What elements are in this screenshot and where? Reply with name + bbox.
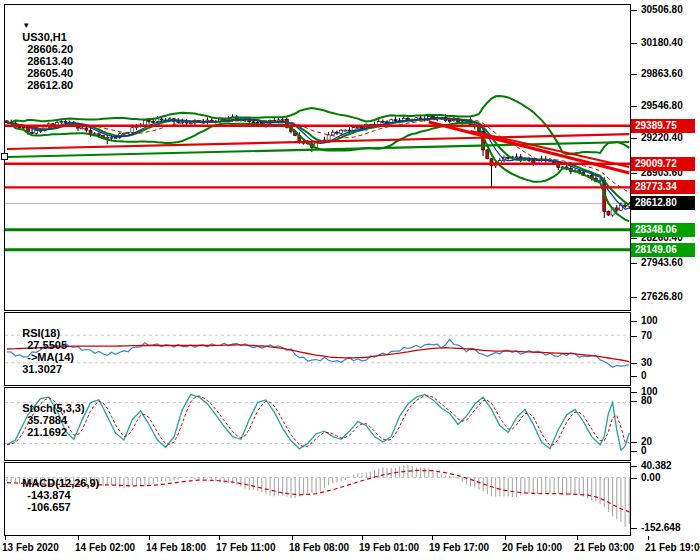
price-axis-tick: [631, 74, 637, 75]
price-axis-label: 27626.80: [641, 291, 683, 302]
stochastic-indicator-panel[interactable]: Stoch(5,3,3) 35.7884 21.1692: [4, 387, 631, 461]
price-level-badge: 29009.72: [631, 157, 695, 171]
stoch-name: Stoch(5,3,3): [22, 402, 84, 414]
bar-low-value: 28605.40: [27, 67, 73, 79]
price-level-badge: 28773.34: [631, 180, 695, 194]
symbol-dropdown-icon[interactable]: ▼: [22, 21, 30, 30]
time-axis-tick: [149, 536, 150, 540]
indicator-axis-tick: [631, 321, 637, 322]
bar-high-value: 28613.40: [27, 55, 73, 67]
trading-terminal-window: { "title_bar": { "dropdown_icon": "\u25B…: [0, 0, 700, 560]
indicator-axis-label: -152.648: [641, 522, 680, 533]
price-axis-label: 27943.60: [641, 257, 683, 268]
price-axis-tick: [631, 297, 637, 298]
time-axis-tick: [577, 536, 578, 540]
rsi-gridlines: [5, 335, 630, 363]
indicator-axis-tick: [631, 528, 637, 529]
rsi-ma-value: 31.3027: [22, 363, 62, 375]
time-axis-tick: [362, 536, 363, 540]
time-axis-tick: [292, 536, 293, 540]
rsi-indicator-panel[interactable]: RSI(18) 27.5505 ->MA(14) 31.3027: [4, 312, 631, 386]
indicator-axis-tick: [631, 478, 637, 479]
time-axis-label: 21 Feb 03:00: [574, 542, 634, 553]
price-axis-tick: [631, 173, 637, 174]
chart-ohlc-line: ▼ US30,H1 28606.20 28613.40 28605.40 286…: [10, 7, 73, 103]
time-axis-tick: [78, 536, 79, 540]
time-axis-label: 19 Feb 17:00: [429, 542, 489, 553]
price-axis-tick: [631, 263, 637, 264]
stoch-d-value: 21.1692: [27, 426, 67, 438]
indicator-axis-label: 40.382: [641, 460, 672, 471]
price-axis-label: 30506.80: [641, 4, 683, 15]
rsi-name: RSI(18): [22, 327, 60, 339]
macd-signal-value: -106.657: [27, 501, 70, 513]
indicator-axis-tick: [631, 336, 637, 337]
price-level-badge: 28348.06: [631, 223, 695, 237]
time-axis-label: 13 Feb 2020: [2, 542, 59, 553]
time-axis-label: 14 Feb 18:00: [146, 542, 206, 553]
indicator-axis-label: 0: [641, 445, 647, 456]
indicator-axis-tick: [631, 442, 637, 443]
time-axis-label: 19 Feb 01:00: [359, 542, 419, 553]
rsi-ma-line: [7, 345, 629, 362]
price-axis-label: 29546.80: [641, 100, 683, 111]
time-axis-label: 20 Feb 10:00: [502, 542, 562, 553]
indicator-axis-label: 0.00: [641, 472, 660, 483]
bar-open-value: 28606.20: [27, 43, 73, 55]
macd-name: MACD(12,26,9): [22, 477, 99, 489]
price-axis-tick: [631, 43, 637, 44]
indicator-axis-label: 70: [641, 330, 652, 341]
indicator-axis-tick: [631, 466, 637, 467]
trendline-anchor-marker[interactable]: [1, 153, 8, 160]
rsi-value: 27.5505: [27, 339, 67, 351]
indicator-axis-tick: [631, 392, 637, 393]
indicator-axis-tick: [631, 451, 637, 452]
macd-indicator-panel[interactable]: MACD(12,26,9) -143.874 -106.657: [4, 462, 631, 536]
time-axis-label: 14 Feb 02:00: [75, 542, 135, 553]
price-level-badge: 28149.06: [631, 243, 695, 257]
stochastic-canvas[interactable]: [5, 388, 630, 460]
macd-value: -143.874: [27, 489, 70, 501]
indicator-axis-tick: [631, 376, 637, 377]
price-axis-label: 29863.60: [641, 68, 683, 79]
symbol-timeframe: US30,H1: [22, 31, 67, 43]
time-axis-tick: [505, 536, 506, 540]
trendline-falling-red-steep: [429, 122, 629, 173]
main-chart-canvas[interactable]: [5, 5, 630, 310]
time-axis[interactable]: 13 Feb 202014 Feb 02:0014 Feb 18:0017 Fe…: [0, 536, 700, 560]
time-axis-label: 21 Feb 19:00: [645, 542, 700, 553]
price-axis-tick: [631, 10, 637, 11]
price-axis-tick: [631, 138, 637, 139]
time-axis-tick: [5, 536, 6, 540]
time-axis-tick: [219, 536, 220, 540]
rsi-header: RSI(18) 27.5505 ->MA(14) 31.3027: [10, 315, 74, 387]
price-level-badge: 29389.75: [631, 119, 695, 133]
rsi-ma-label: ->MA(14): [27, 351, 74, 363]
bar-close-value: 28612.80: [27, 79, 73, 91]
time-axis-tick: [432, 536, 433, 540]
indicator-axis-label: 0: [641, 370, 647, 381]
main-chart-panel[interactable]: ▼ US30,H1 28606.20 28613.40 28605.40 286…: [4, 4, 631, 311]
stochastic-header: Stoch(5,3,3) 35.7884 21.1692: [10, 390, 85, 450]
stoch-k-value: 35.7884: [27, 414, 67, 426]
price-axis-label: 30180.40: [641, 37, 683, 48]
time-axis-tick: [648, 536, 649, 540]
price-level-badge: 28612.80: [631, 196, 695, 210]
price-axis-label: 29220.40: [641, 132, 683, 143]
time-axis-label: 17 Feb 11:00: [216, 542, 275, 553]
price-axis[interactable]: 30506.8030180.4029863.6029546.8029220.40…: [631, 0, 700, 536]
indicator-axis-label: 30: [641, 357, 652, 368]
macd-signal-line: [7, 470, 629, 512]
price-axis-tick: [631, 106, 637, 107]
rsi-canvas[interactable]: [5, 313, 630, 385]
indicator-axis-tick: [631, 363, 637, 364]
indicator-axis-tick: [631, 401, 637, 402]
indicator-axis-label: 80: [641, 395, 652, 406]
indicator-axis-label: 100: [641, 315, 658, 326]
price-axis-tick: [631, 238, 637, 239]
macd-histogram: [7, 465, 629, 527]
time-axis-label: 18 Feb 08:00: [289, 542, 349, 553]
macd-header: MACD(12,26,9) -143.874 -106.657: [10, 465, 99, 525]
